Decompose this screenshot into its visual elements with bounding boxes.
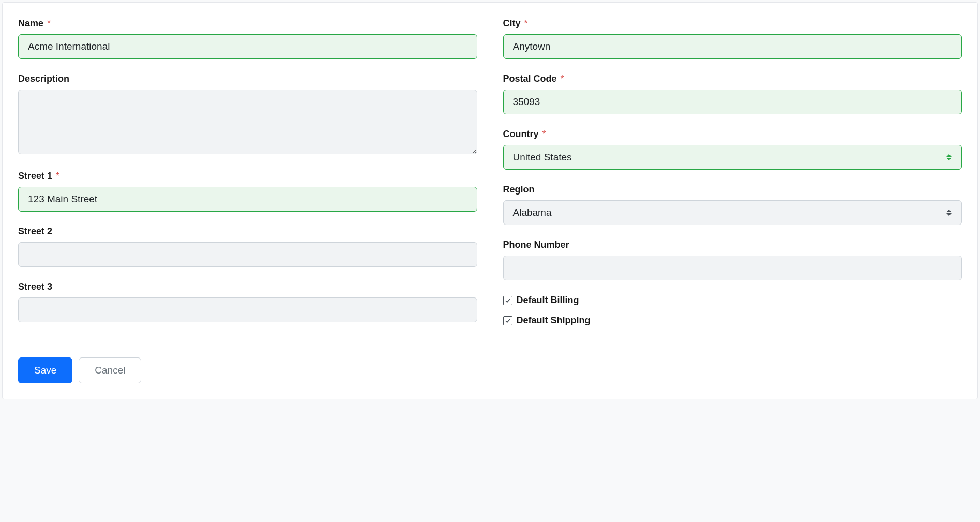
street3-group: Street 3 <box>18 281 477 322</box>
name-label-text: Name <box>18 18 43 28</box>
required-asterisk: * <box>561 73 564 84</box>
description-label: Description <box>18 73 477 84</box>
checkmark-icon <box>505 318 511 324</box>
street3-label: Street 3 <box>18 281 477 292</box>
address-form: Name * Description Street 1 * Street 2 <box>2 2 978 399</box>
default-billing-checkbox[interactable] <box>503 296 512 305</box>
phone-label-text: Phone Number <box>503 240 569 250</box>
region-select-wrapper: Alabama <box>503 200 962 225</box>
phone-group: Phone Number <box>503 240 962 280</box>
postal-code-label: Postal Code * <box>503 73 962 84</box>
country-group: Country * United States <box>503 129 962 170</box>
phone-label: Phone Number <box>503 240 962 250</box>
street2-label: Street 2 <box>18 226 477 237</box>
city-group: City * <box>503 18 962 59</box>
street1-group: Street 1 * <box>18 171 477 212</box>
region-group: Region Alabama <box>503 184 962 225</box>
name-input[interactable] <box>18 34 477 59</box>
city-label: City * <box>503 18 962 29</box>
street1-label-text: Street 1 <box>18 171 52 181</box>
postal-code-group: Postal Code * <box>503 73 962 114</box>
name-group: Name * <box>18 18 477 59</box>
default-billing-group: Default Billing <box>503 295 962 306</box>
street1-label: Street 1 * <box>18 171 477 182</box>
country-label-text: Country <box>503 129 539 139</box>
region-label: Region <box>503 184 962 195</box>
description-label-text: Description <box>18 73 69 84</box>
cancel-button[interactable]: Cancel <box>79 357 141 383</box>
required-asterisk: * <box>542 129 546 139</box>
phone-input[interactable] <box>503 256 962 280</box>
description-group: Description <box>18 73 477 156</box>
description-textarea[interactable] <box>18 90 477 154</box>
name-label: Name * <box>18 18 477 29</box>
region-select[interactable]: Alabama <box>503 200 962 225</box>
city-input[interactable] <box>503 34 962 59</box>
default-shipping-group: Default Shipping <box>503 315 962 326</box>
left-column: Name * Description Street 1 * Street 2 <box>18 18 477 383</box>
save-button[interactable]: Save <box>18 357 72 383</box>
required-asterisk: * <box>56 171 59 181</box>
street2-label-text: Street 2 <box>18 226 52 236</box>
right-column: City * Postal Code * Country * United St… <box>503 18 962 383</box>
country-select[interactable]: United States <box>503 145 962 170</box>
country-select-wrapper: United States <box>503 145 962 170</box>
required-asterisk: * <box>524 18 528 28</box>
button-row: Save Cancel <box>18 357 477 383</box>
checkmark-icon <box>505 297 511 304</box>
default-shipping-label[interactable]: Default Shipping <box>517 315 591 326</box>
postal-code-label-text: Postal Code <box>503 73 557 84</box>
postal-code-input[interactable] <box>503 90 962 114</box>
street3-input[interactable] <box>18 297 477 322</box>
street3-label-text: Street 3 <box>18 281 52 292</box>
required-asterisk: * <box>47 18 51 28</box>
street1-input[interactable] <box>18 187 477 212</box>
street2-group: Street 2 <box>18 226 477 267</box>
country-label: Country * <box>503 129 962 140</box>
street2-input[interactable] <box>18 242 477 267</box>
default-billing-label[interactable]: Default Billing <box>517 295 579 306</box>
region-label-text: Region <box>503 184 535 195</box>
city-label-text: City <box>503 18 521 28</box>
default-shipping-checkbox[interactable] <box>503 316 512 325</box>
